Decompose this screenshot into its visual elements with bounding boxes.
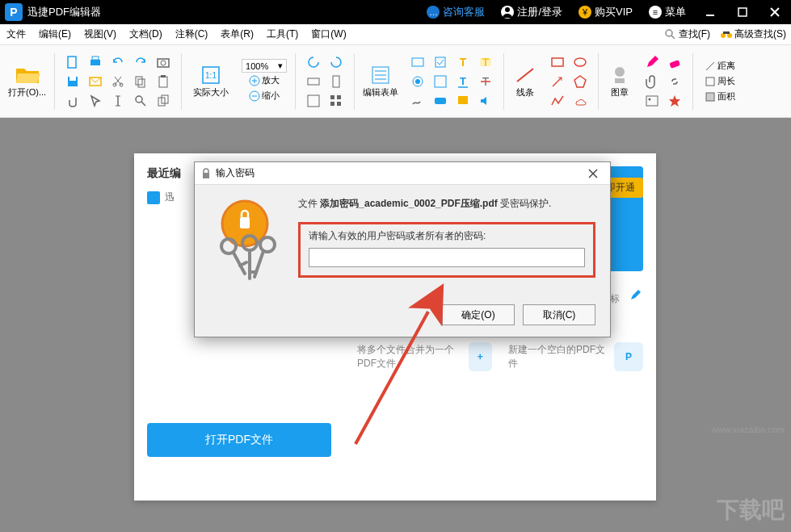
rotate-left-icon	[306, 55, 321, 69]
fit-width-button[interactable]	[304, 72, 323, 91]
login-button[interactable]: 注册/登录	[493, 0, 570, 24]
redo-button[interactable]	[131, 52, 150, 72]
menu-edit[interactable]: 编辑(E)	[32, 24, 78, 45]
arrow-button[interactable]	[548, 72, 567, 91]
menu-file[interactable]: 文件	[0, 24, 32, 45]
email-button[interactable]	[86, 72, 105, 91]
open-label: 打开(O)...	[8, 86, 46, 98]
menu-form[interactable]: 表单(R)	[214, 24, 260, 45]
line-label: 线条	[516, 86, 534, 98]
menu-label: 菜单	[665, 5, 686, 19]
highlight-button[interactable]: T	[476, 52, 495, 72]
shape-button[interactable]	[665, 91, 684, 111]
menu-tools[interactable]: 工具(T)	[260, 24, 305, 45]
svg-rect-59	[552, 58, 563, 66]
minimize-button[interactable]	[694, 0, 726, 24]
menu-view[interactable]: 视图(V)	[78, 24, 123, 45]
svg-point-60	[574, 58, 586, 66]
speaker-icon	[478, 94, 493, 108]
copy-button[interactable]	[131, 72, 150, 91]
underline-button[interactable]: T	[453, 72, 473, 91]
polyline-button[interactable]	[548, 91, 567, 111]
textbox-button[interactable]	[408, 52, 427, 72]
cut-button[interactable]	[108, 72, 128, 91]
stamp-button[interactable]: 图章	[604, 62, 636, 100]
vip-button[interactable]: ¥ 购买VIP	[570, 0, 641, 24]
distance-button[interactable]: 距离	[701, 58, 738, 73]
button-button[interactable]	[431, 91, 450, 111]
password-input[interactable]	[309, 248, 585, 267]
rect-button[interactable]	[548, 52, 567, 72]
text-annot-button[interactable]: T	[453, 52, 473, 72]
zoom-in-button[interactable]: 放大	[246, 73, 283, 88]
checkbox-button[interactable]	[431, 52, 450, 72]
open-file-button[interactable]: 打开(O)...	[5, 62, 49, 100]
svg-rect-2	[738, 8, 747, 16]
ok-button[interactable]: 确定(O)	[442, 304, 515, 325]
strikeout-button[interactable]: T	[476, 72, 495, 91]
signature-button[interactable]	[408, 91, 427, 111]
snapshot-button[interactable]	[154, 52, 173, 72]
advanced-find-button[interactable]: 高级查找(S)	[715, 27, 791, 41]
zoom-tool-button[interactable]	[131, 91, 150, 111]
note-button[interactable]	[453, 91, 473, 111]
menu-document[interactable]: 文档(D)	[123, 24, 169, 45]
eraser-button[interactable]	[665, 52, 684, 72]
print-button[interactable]	[86, 52, 105, 72]
svg-rect-37	[337, 95, 341, 99]
zoom-combo[interactable]: 100% ▾	[242, 59, 287, 73]
svg-rect-65	[670, 60, 681, 69]
rotate-left-button[interactable]	[304, 52, 323, 72]
sound-button[interactable]	[476, 91, 495, 111]
rotate-right-button[interactable]	[326, 52, 346, 72]
cancel-button[interactable]: 取消(C)	[523, 304, 595, 325]
hand-tool-button[interactable]	[63, 91, 82, 111]
pencil-button[interactable]	[642, 52, 662, 72]
actual-size-button[interactable]: 1:1 实际大小	[190, 62, 232, 100]
link-button[interactable]	[665, 72, 684, 91]
menu-window[interactable]: 窗口(W)	[305, 24, 352, 45]
text-select-button[interactable]	[108, 91, 128, 111]
zoom-out-button[interactable]: 缩小	[246, 88, 283, 103]
find-button[interactable]: 查找(F)	[659, 27, 715, 41]
perimeter-button[interactable]: 周长	[701, 73, 738, 89]
dialog-close-button[interactable]	[581, 165, 605, 182]
listbox-button[interactable]	[431, 72, 450, 91]
hamburger-icon: ≡	[649, 6, 662, 19]
close-button[interactable]	[759, 0, 791, 24]
cloud-button[interactable]	[570, 91, 590, 111]
edit-action-icon[interactable]	[629, 287, 643, 302]
save-button[interactable]	[63, 72, 82, 91]
svg-rect-44	[412, 58, 423, 66]
redo-icon	[133, 55, 148, 69]
dialog-titlebar[interactable]: 输入密码	[195, 162, 610, 185]
attach-button[interactable]	[642, 72, 662, 91]
svg-rect-70	[706, 77, 714, 86]
edit-form-button[interactable]: 编辑表单	[360, 62, 402, 100]
fullscreen-button[interactable]	[304, 91, 323, 111]
cursor-icon	[88, 94, 103, 108]
menu-button[interactable]: ≡ 菜单	[641, 0, 694, 24]
thumbnails-button[interactable]	[326, 91, 346, 111]
clone-button[interactable]	[154, 91, 173, 111]
polygon-button[interactable]	[570, 72, 590, 91]
text-T-icon: T	[456, 55, 470, 69]
svg-rect-51	[435, 76, 446, 87]
new-doc-button[interactable]	[63, 52, 82, 72]
open-pdf-button[interactable]: 打开PDF文件	[147, 423, 331, 457]
radio-button[interactable]	[408, 72, 427, 91]
menu-annotate[interactable]: 注释(C)	[169, 24, 215, 45]
paste-button[interactable]	[154, 72, 173, 91]
image-insert-button[interactable]	[642, 91, 662, 111]
ellipse-button[interactable]	[570, 52, 590, 72]
consult-button[interactable]: … 咨询客服	[419, 0, 493, 24]
line-tool-button[interactable]: 线条	[509, 62, 541, 100]
fit-page-button[interactable]	[326, 72, 346, 91]
select-tool-button[interactable]	[86, 91, 105, 111]
undo-button[interactable]	[108, 52, 128, 72]
create-desc: 新建一个空白的PDF文件	[508, 343, 614, 371]
close-icon	[588, 169, 598, 178]
maximize-button[interactable]	[726, 0, 759, 24]
svg-rect-36	[330, 95, 334, 99]
area-button[interactable]: 面积	[701, 89, 738, 104]
